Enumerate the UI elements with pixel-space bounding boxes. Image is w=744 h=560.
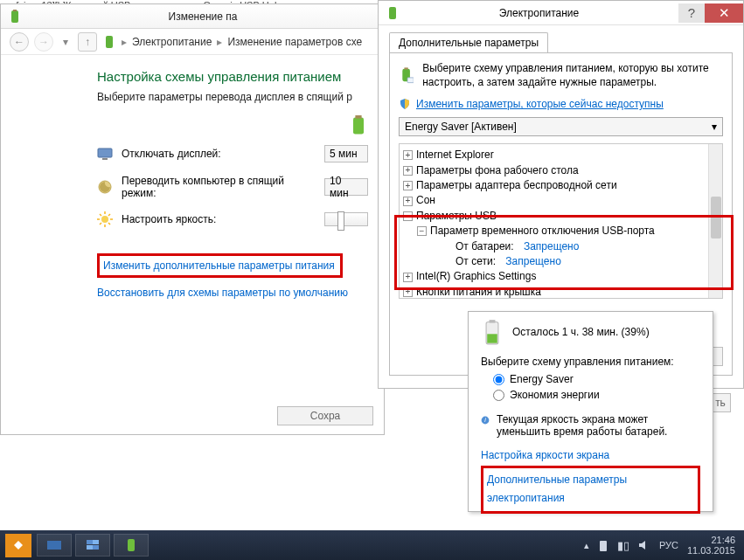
svg-rect-5 [98,149,112,157]
tree-item-ie[interactable]: Internet Explorer [416,148,494,162]
brightness-slider[interactable] [324,212,368,226]
battery-task-icon [124,537,138,553]
window-title: Изменение па [29,10,377,23]
expand-icon[interactable]: + [403,150,413,160]
plan-settings-window: Изменение па ← → ▾ ↑ ▸ Электропитание ▸ … [0,3,385,435]
svg-line-14 [108,223,110,225]
tray-chevron-up-icon[interactable]: ▴ [584,540,589,551]
settings-tree[interactable]: +Internet Explorer +Параметры фона рабоч… [399,143,723,299]
close-button[interactable]: ✕ [705,3,743,23]
more-power-options-link[interactable]: Дополнительные параметры электропитания [487,474,627,505]
expand-icon[interactable]: + [403,166,413,176]
power-icon [386,6,400,20]
brightness-warning-text: Текущая яркость экрана может уменьшить в… [497,413,700,438]
brightness-icon [97,211,113,227]
svg-rect-23 [487,334,497,342]
scheme-select[interactable]: Energy Saver [Активен] ▾ [399,117,723,136]
power-icon [102,35,116,49]
taskbar: ▴ ▮▯ РУС 21:46 11.03.2015 [0,530,744,560]
shield-icon [399,98,411,110]
expand-icon[interactable]: + [403,197,413,206]
expand-icon[interactable]: + [403,287,413,297]
app-icon [85,539,101,551]
tree-item-wifi[interactable]: Параметры адаптера беспроводной сети [416,178,617,193]
usb-battery-label: От батареи: [455,239,514,254]
usb-ac-value[interactable]: Запрещено [505,254,560,269]
sleep-value[interactable]: 10 мин [324,178,368,196]
crumb-sep-icon: ▸ [122,36,127,48]
sleep-icon [97,179,113,195]
system-tray: ▴ ▮▯ РУС 21:46 11.03.2015 [575,535,744,556]
svg-rect-6 [102,158,108,160]
app-icon [46,539,62,551]
help-button[interactable]: ? [678,3,705,23]
svg-rect-0 [11,10,18,23]
page-subtitle: Выберите параметры перевода дисплея в сп… [97,91,368,103]
svg-rect-29 [87,545,93,550]
tray-network-icon[interactable]: ▮▯ [617,539,629,552]
battery-remaining-label: Осталось 1 ч. 38 мин. (39%) [512,326,650,338]
brightness-label: Настроить яркость: [122,213,316,225]
svg-rect-30 [93,545,99,550]
svg-rect-27 [87,540,93,544]
tree-item-sleep[interactable]: Сон [416,193,435,208]
task-item[interactable] [75,534,110,557]
highlight-box-advanced: Изменить дополнительные параметры питани… [97,253,343,278]
collapse-icon[interactable]: − [403,211,413,221]
tree-item-wallpaper[interactable]: Параметры фона рабочего стола [416,163,579,178]
brightness-settings-link[interactable]: Настройка яркости экрана [481,449,609,461]
window-title: Электропитание [400,7,678,19]
choose-scheme-hint: Выберите схему управления питанием: [469,352,713,373]
svg-rect-26 [47,541,61,550]
power-plan-icon [8,10,22,24]
radio-input[interactable] [493,374,504,385]
highlight-box-more-power: Дополнительные параметры электропитания [481,466,700,514]
nav-up-button[interactable]: ↑ [78,32,97,52]
crumb-sep-icon: ▸ [217,36,222,48]
svg-point-8 [101,216,108,223]
tray-time[interactable]: 21:46 [687,535,735,545]
nav-back-button[interactable]: ← [10,32,29,52]
usb-battery-value[interactable]: Запрещено [524,239,579,254]
tree-item-intel[interactable]: Intel(R) Graphics Settings [416,269,536,284]
display-off-label: Отключать дисплей: [122,148,316,160]
svg-line-13 [100,214,101,216]
expand-icon[interactable]: + [403,181,413,190]
breadcrumb-power[interactable]: Электропитание [132,36,212,48]
svg-rect-4 [355,115,361,119]
tray-language[interactable]: РУС [659,540,678,550]
svg-line-16 [108,214,110,216]
tray-date[interactable]: 11.03.2015 [687,545,735,556]
display-off-value[interactable]: 5 мин [324,145,368,162]
svg-rect-28 [93,540,99,544]
svg-rect-32 [600,541,607,551]
info-icon: i [481,413,490,427]
tray-battery-icon[interactable] [598,539,608,551]
advanced-power-link[interactable]: Изменить дополнительные параметры питани… [103,259,335,272]
tray-volume-icon[interactable] [638,540,650,550]
svg-rect-22 [490,320,496,322]
save-button[interactable]: Сохра [277,406,373,425]
usb-ac-label: От сети: [455,254,496,269]
nav-history-button[interactable]: ▾ [59,32,73,52]
radio-energy-saver[interactable]: Energy Saver [493,373,700,385]
tree-scrollbar[interactable] [708,144,722,298]
tab-advanced[interactable]: Дополнительные параметры [389,32,548,52]
nav-forward-button[interactable]: → [34,32,53,52]
tree-item-usb-suspend[interactable]: Параметр временного отключения USB-порта [430,224,655,239]
unlock-settings-link[interactable]: Изменить параметры, которые сейчас недос… [416,98,664,110]
tree-item-lid[interactable]: Кнопки питания и крышка [416,285,541,299]
svg-rect-31 [128,539,135,551]
task-item-power[interactable] [114,534,149,557]
radio-label: Energy Saver [510,373,574,385]
collapse-icon[interactable]: − [417,226,427,236]
scheme-selected-label: Energy Saver [Активен] [405,121,517,133]
radio-input[interactable] [493,390,504,401]
restore-defaults-link[interactable]: Восстановить для схемы параметры по умол… [97,287,348,299]
task-item[interactable] [37,534,72,557]
start-button[interactable] [5,534,31,557]
expand-icon[interactable]: + [403,273,413,282]
chevron-down-icon: ▾ [712,121,717,133]
radio-economy[interactable]: Экономия энергии [493,389,700,401]
tree-item-usb[interactable]: Параметры USB [416,209,497,224]
